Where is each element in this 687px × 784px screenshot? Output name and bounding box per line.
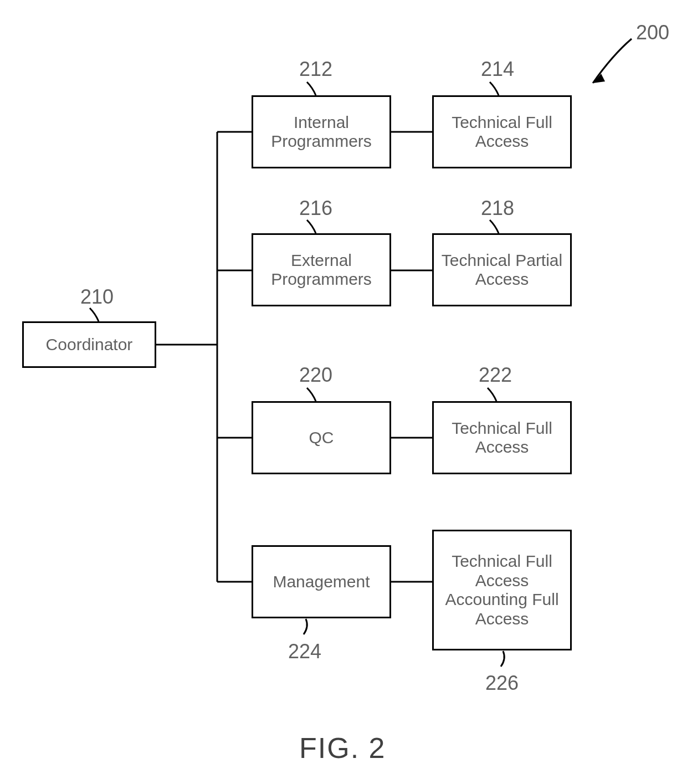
box-qc: QC <box>252 401 391 474</box>
box-technical-full-access-1: Technical Full Access <box>432 95 572 168</box>
box-external-programmers: External Programmers <box>252 233 391 306</box>
box-technical-full-access-1-text: Technical Full Access <box>436 113 568 151</box>
figure-caption: FIG. 2 <box>299 731 386 765</box>
box-internal-programmers-text: Internal Programmers <box>255 113 387 151</box>
box-technical-partial-text: Technical Partial Access <box>436 251 568 289</box>
ref-216: 216 <box>299 197 332 220</box>
box-external-programmers-text: External Programmers <box>255 251 387 289</box>
box-technical-full-access-2: Technical Full Access <box>432 401 572 474</box>
box-internal-programmers: Internal Programmers <box>252 95 391 168</box>
ref-224: 224 <box>288 640 321 663</box>
box-management-access: Technical Full Access Accounting Full Ac… <box>432 530 572 650</box>
ref-226: 226 <box>485 672 519 695</box>
overall-ref-arrow <box>579 30 645 97</box>
diagram-canvas: Coordinator Internal Programmers Technic… <box>0 0 687 784</box>
box-management-text: Management <box>273 572 370 592</box>
ref-214: 214 <box>481 58 514 81</box>
box-technical-full-access-2-text: Technical Full Access <box>436 419 568 457</box>
box-management: Management <box>252 545 391 618</box>
ref-210: 210 <box>80 285 114 309</box>
ref-200: 200 <box>636 21 669 44</box>
ref-218: 218 <box>481 197 514 220</box>
box-technical-partial: Technical Partial Access <box>432 233 572 306</box>
ref-220: 220 <box>299 363 332 387</box>
box-management-access-text: Technical Full Access Accounting Full Ac… <box>436 552 568 628</box>
ref-222: 222 <box>479 363 512 387</box>
ref-212: 212 <box>299 58 332 81</box>
box-qc-text: QC <box>309 428 334 448</box>
box-coordinator: Coordinator <box>22 321 156 368</box>
box-coordinator-text: Coordinator <box>46 335 133 355</box>
